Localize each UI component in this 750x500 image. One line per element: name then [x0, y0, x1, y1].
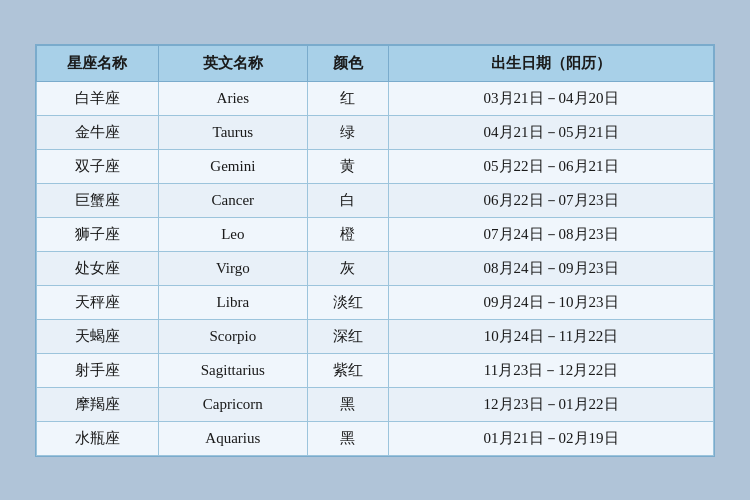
cell-english: Virgo	[158, 251, 307, 285]
table-row: 巨蟹座Cancer白06月22日－07月23日	[37, 183, 714, 217]
cell-date: 10月24日－11月22日	[389, 319, 714, 353]
cell-chinese: 巨蟹座	[37, 183, 159, 217]
cell-color: 白	[307, 183, 388, 217]
cell-date: 06月22日－07月23日	[389, 183, 714, 217]
table-row: 双子座Gemini黄05月22日－06月21日	[37, 149, 714, 183]
header-chinese: 星座名称	[37, 45, 159, 81]
header-english: 英文名称	[158, 45, 307, 81]
cell-english: Leo	[158, 217, 307, 251]
table-row: 白羊座Aries红03月21日－04月20日	[37, 81, 714, 115]
table-row: 天蝎座Scorpio深红10月24日－11月22日	[37, 319, 714, 353]
cell-english: Gemini	[158, 149, 307, 183]
cell-english: Aries	[158, 81, 307, 115]
cell-english: Scorpio	[158, 319, 307, 353]
cell-color: 黑	[307, 387, 388, 421]
cell-english: Sagittarius	[158, 353, 307, 387]
cell-chinese: 摩羯座	[37, 387, 159, 421]
cell-color: 深红	[307, 319, 388, 353]
cell-chinese: 处女座	[37, 251, 159, 285]
cell-chinese: 天蝎座	[37, 319, 159, 353]
table-row: 狮子座Leo橙07月24日－08月23日	[37, 217, 714, 251]
cell-chinese: 狮子座	[37, 217, 159, 251]
cell-color: 绿	[307, 115, 388, 149]
cell-date: 11月23日－12月22日	[389, 353, 714, 387]
cell-color: 淡红	[307, 285, 388, 319]
cell-date: 03月21日－04月20日	[389, 81, 714, 115]
table-header-row: 星座名称 英文名称 颜色 出生日期（阳历）	[37, 45, 714, 81]
zodiac-table: 星座名称 英文名称 颜色 出生日期（阳历） 白羊座Aries红03月21日－04…	[36, 45, 714, 456]
cell-english: Cancer	[158, 183, 307, 217]
cell-color: 紫红	[307, 353, 388, 387]
cell-date: 04月21日－05月21日	[389, 115, 714, 149]
cell-color: 灰	[307, 251, 388, 285]
zodiac-table-container: 星座名称 英文名称 颜色 出生日期（阳历） 白羊座Aries红03月21日－04…	[35, 44, 715, 457]
table-row: 金牛座Taurus绿04月21日－05月21日	[37, 115, 714, 149]
table-row: 射手座Sagittarius紫红11月23日－12月22日	[37, 353, 714, 387]
cell-color: 红	[307, 81, 388, 115]
table-row: 天秤座Libra淡红09月24日－10月23日	[37, 285, 714, 319]
cell-date: 01月21日－02月19日	[389, 421, 714, 455]
cell-chinese: 白羊座	[37, 81, 159, 115]
cell-chinese: 水瓶座	[37, 421, 159, 455]
cell-chinese: 金牛座	[37, 115, 159, 149]
header-color: 颜色	[307, 45, 388, 81]
cell-date: 07月24日－08月23日	[389, 217, 714, 251]
cell-english: Capricorn	[158, 387, 307, 421]
header-date: 出生日期（阳历）	[389, 45, 714, 81]
table-row: 水瓶座Aquarius黑01月21日－02月19日	[37, 421, 714, 455]
cell-chinese: 双子座	[37, 149, 159, 183]
cell-date: 09月24日－10月23日	[389, 285, 714, 319]
cell-english: Taurus	[158, 115, 307, 149]
cell-chinese: 天秤座	[37, 285, 159, 319]
table-row: 摩羯座Capricorn黑12月23日－01月22日	[37, 387, 714, 421]
cell-date: 12月23日－01月22日	[389, 387, 714, 421]
cell-date: 08月24日－09月23日	[389, 251, 714, 285]
cell-color: 黑	[307, 421, 388, 455]
cell-color: 黄	[307, 149, 388, 183]
cell-english: Aquarius	[158, 421, 307, 455]
cell-date: 05月22日－06月21日	[389, 149, 714, 183]
cell-color: 橙	[307, 217, 388, 251]
table-row: 处女座Virgo灰08月24日－09月23日	[37, 251, 714, 285]
cell-chinese: 射手座	[37, 353, 159, 387]
cell-english: Libra	[158, 285, 307, 319]
